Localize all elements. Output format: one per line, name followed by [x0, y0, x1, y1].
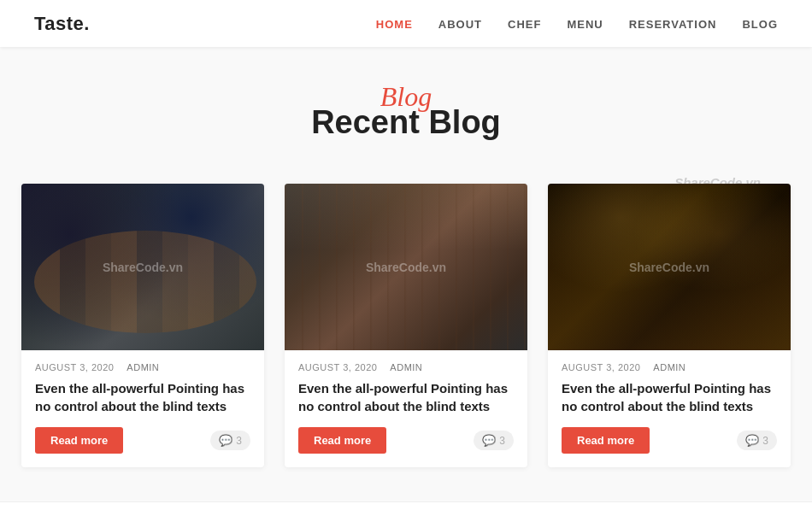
card-1-read-more-button[interactable]: Read more [35, 427, 123, 454]
card-2-watermark: ShareCode.vn [366, 261, 446, 274]
card-2-read-more-button[interactable]: Read more [298, 427, 386, 454]
card-1-date: AUGUST 3, 2020 [35, 362, 114, 372]
card-3-meta: AUGUST 3, 2020 ADMIN [562, 362, 777, 372]
nav-menu: HOME ABOUT CHEF MENU RESERVATION BLOG [376, 16, 778, 32]
card-3-watermark: ShareCode.vn [629, 261, 709, 274]
card-3-body: AUGUST 3, 2020 ADMIN Even the all-powerf… [548, 350, 791, 467]
card-1-footer: Read more 💬 3 [35, 427, 250, 454]
blog-card-2: ShareCode.vn AUGUST 3, 2020 ADMIN Even t… [285, 184, 527, 467]
card-2-meta: AUGUST 3, 2020 ADMIN [298, 362, 514, 372]
blog-card-3: ShareCode.vn AUGUST 3, 2020 ADMIN Even t… [548, 184, 791, 467]
brand-logo[interactable]: Taste. [34, 13, 90, 35]
card-3-read-more-button[interactable]: Read more [562, 427, 650, 454]
card-1-author: ADMIN [127, 362, 159, 372]
nav-item-blog[interactable]: BLOG [742, 16, 778, 32]
navbar: Taste. HOME ABOUT CHEF MENU RESERVATION … [0, 0, 812, 47]
blog-card-1: ShareCode.vn AUGUST 3, 2020 ADMIN Even t… [21, 184, 264, 467]
card-1-meta: AUGUST 3, 2020 ADMIN [35, 362, 250, 372]
card-2-title: Even the all-powerful Pointing has no co… [298, 379, 514, 415]
card-1-comment-count: 3 [236, 435, 242, 447]
nav-item-home[interactable]: HOME [376, 16, 413, 32]
site-footer: Copyright © ShareCode.vn [0, 501, 812, 510]
cards-grid: ShareCode.vn AUGUST 3, 2020 ADMIN Even t… [21, 184, 791, 467]
card-1-title: Even the all-powerful Pointing has no co… [35, 379, 250, 415]
nav-item-about[interactable]: ABOUT [438, 16, 482, 32]
card-3-date: AUGUST 3, 2020 [562, 362, 640, 372]
card-2-comment-count: 3 [499, 435, 505, 447]
card-3-title: Even the all-powerful Pointing has no co… [562, 379, 777, 415]
card-3-comment-badge: 💬 3 [737, 431, 777, 450]
card-1-image: ShareCode.vn [21, 184, 264, 350]
card-2-date: AUGUST 3, 2020 [298, 362, 377, 372]
card-3-image: ShareCode.vn [548, 184, 791, 350]
nav-item-reservation[interactable]: RESERVATION [629, 16, 717, 32]
card-3-author: ADMIN [653, 362, 685, 372]
comment-icon-2: 💬 [482, 434, 496, 447]
card-1-comment-badge: 💬 3 [210, 431, 250, 450]
card-3-comment-count: 3 [762, 435, 768, 447]
card-1-body: AUGUST 3, 2020 ADMIN Even the all-powerf… [21, 350, 264, 467]
comment-icon-3: 💬 [745, 434, 759, 447]
card-1-watermark: ShareCode.vn [103, 261, 183, 274]
nav-item-menu[interactable]: MENU [567, 16, 603, 32]
card-2-footer: Read more 💬 3 [298, 427, 514, 454]
blog-section: ShareCode.vn AUGUST 3, 2020 ADMIN Even t… [9, 167, 803, 501]
card-2-comment-badge: 💬 3 [474, 431, 514, 450]
card-3-footer: Read more 💬 3 [562, 427, 777, 454]
blog-main-title: Recent Blog [17, 104, 795, 141]
blog-header: Blog Recent Blog ShareCode.vn [0, 47, 812, 167]
card-2-body: AUGUST 3, 2020 ADMIN Even the all-powerf… [285, 350, 527, 467]
card-2-author: ADMIN [390, 362, 422, 372]
comment-icon-1: 💬 [219, 434, 232, 447]
card-2-image: ShareCode.vn [285, 184, 527, 350]
nav-item-chef[interactable]: CHEF [508, 16, 541, 32]
